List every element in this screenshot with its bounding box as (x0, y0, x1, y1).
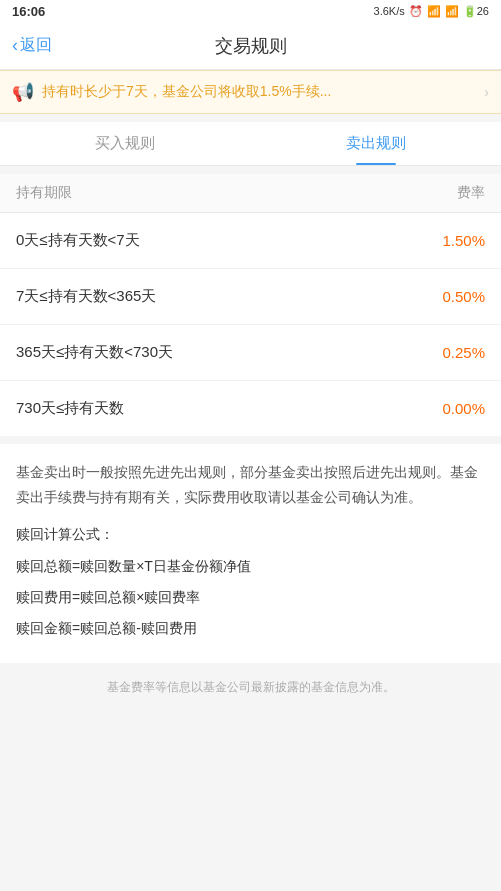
description-block: 基金卖出时一般按照先进先出规则，部分基金卖出按照后进先出规则。基金卖出手续费与持… (0, 444, 501, 663)
signal-icon: 📶 (427, 5, 441, 18)
chevron-left-icon: ‹ (12, 35, 18, 56)
table-row: 365天≤持有天数<730天 0.25% (0, 325, 501, 381)
rate-value: 0.00% (442, 400, 485, 417)
battery-icon: 🔋26 (463, 5, 489, 18)
clock-icon: ⏰ (409, 5, 423, 18)
page-title: 交易规则 (215, 34, 287, 58)
alert-text: 持有时长少于7天，基金公司将收取1.5%手续... (42, 83, 476, 101)
footer-note: 基金费率等信息以基金公司最新披露的基金信息为准。 (0, 663, 501, 712)
table-header: 持有期限 费率 (0, 174, 501, 213)
rate-value: 0.25% (442, 344, 485, 361)
table-row: 730天≤持有天数 0.00% (0, 381, 501, 436)
period-value: 365天≤持有天数<730天 (16, 343, 173, 362)
arrow-right-icon: › (484, 84, 489, 100)
formula-2: 赎回费用=赎回总额×赎回费率 (16, 585, 485, 610)
rate-value: 0.50% (442, 288, 485, 305)
speaker-icon: 📢 (12, 81, 34, 103)
formula-title: 赎回计算公式： (16, 522, 485, 547)
formula-1: 赎回总额=赎回数量×T日基金份额净值 (16, 554, 485, 579)
back-label: 返回 (20, 35, 52, 56)
nav-bar: ‹ 返回 交易规则 (0, 22, 501, 70)
description-paragraph-1: 基金卖出时一般按照先进先出规则，部分基金卖出按照后进先出规则。基金卖出手续费与持… (16, 460, 485, 510)
header-period: 持有期限 (16, 184, 72, 202)
back-button[interactable]: ‹ 返回 (12, 35, 52, 56)
period-value: 7天≤持有天数<365天 (16, 287, 156, 306)
tab-bar: 买入规则 卖出规则 (0, 122, 501, 166)
tab-sell-rules[interactable]: 卖出规则 (251, 122, 502, 165)
speed-indicator: 3.6K/s (374, 5, 405, 17)
header-rate: 费率 (457, 184, 485, 202)
status-bar: 16:06 3.6K/s ⏰ 📶 📶 🔋26 (0, 0, 501, 22)
rate-value: 1.50% (442, 232, 485, 249)
signal-icon-2: 📶 (445, 5, 459, 18)
period-value: 730天≤持有天数 (16, 399, 124, 418)
tab-buy-rules[interactable]: 买入规则 (0, 122, 251, 165)
table-row: 7天≤持有天数<365天 0.50% (0, 269, 501, 325)
status-icons: 3.6K/s ⏰ 📶 📶 🔋26 (374, 5, 489, 18)
rules-table: 持有期限 费率 0天≤持有天数<7天 1.50% 7天≤持有天数<365天 0.… (0, 174, 501, 436)
alert-banner[interactable]: 📢 持有时长少于7天，基金公司将收取1.5%手续... › (0, 70, 501, 114)
table-row: 0天≤持有天数<7天 1.50% (0, 213, 501, 269)
formula-3: 赎回金额=赎回总额-赎回费用 (16, 616, 485, 641)
status-time: 16:06 (12, 4, 45, 19)
period-value: 0天≤持有天数<7天 (16, 231, 140, 250)
